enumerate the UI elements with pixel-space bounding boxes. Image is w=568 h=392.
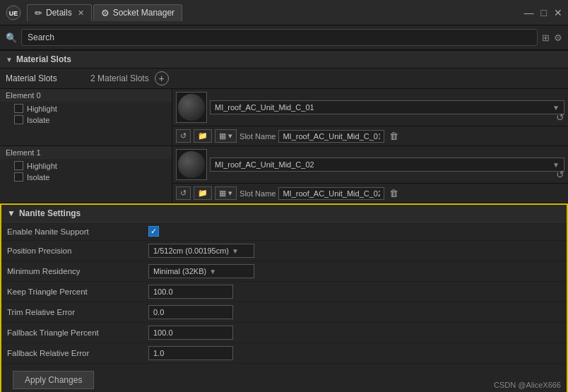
nanite-fallback-triangle-input[interactable] <box>148 326 233 340</box>
element-0-highlight-row: Highlight <box>14 103 166 114</box>
nanite-keep-triangle-label: Keep Triangle Percent <box>7 287 148 296</box>
nanite-keep-triangle-value <box>148 285 561 299</box>
element-1-slot-name-label: Slot Name <box>239 189 276 198</box>
nanite-position-precision-dropdown[interactable]: 1/512cm (0.00195cm) ▼ <box>148 244 254 258</box>
element-0-slot-name-input[interactable] <box>278 130 384 143</box>
element-0-side-reset-icon[interactable]: ↺ <box>556 112 564 123</box>
tab-details-label: Details <box>46 8 72 18</box>
nanite-fallback-error-input[interactable] <box>148 346 233 360</box>
nanite-min-residency-label: Minimum Residency <box>7 267 148 275</box>
material-slots-section-header[interactable]: ▼ Material Slots <box>0 50 568 69</box>
nanite-min-residency-value: Minimal (32KB) ▼ <box>148 264 561 278</box>
element-1-label: Element 1 <box>0 146 172 159</box>
nanite-min-residency-row: Minimum Residency Minimal (32KB) ▼ <box>1 261 567 282</box>
element-1-highlight-checkbox[interactable] <box>14 161 23 170</box>
material-slots-section-label: Material Slots <box>16 54 71 64</box>
element-1-material-dropdown[interactable]: MI_roof_AC_Unit_Mid_C_02 ▼ <box>210 158 564 172</box>
element-0-right: MI_roof_AC_Unit_Mid_C_01 ▼ ↺ 📁 ▦ ▾ Slot … <box>172 89 568 145</box>
nanite-position-precision-label: Position Precision <box>7 247 148 255</box>
element-0-more-btn[interactable]: ▦ ▾ <box>215 129 237 143</box>
nanite-settings-header[interactable]: ▼ Nanite Settings <box>1 205 567 222</box>
svg-text:UE: UE <box>9 10 18 17</box>
element-0-slot-row: ↺ 📁 ▦ ▾ Slot Name 🗑 <box>172 126 568 145</box>
nanite-min-residency-arrow-icon: ▼ <box>209 268 216 275</box>
element-0-dropdown-arrow-icon: ▼ <box>552 104 560 112</box>
add-material-slot-button[interactable]: + <box>155 71 169 85</box>
details-tab-icon: ✏ <box>35 8 42 18</box>
element-0-browse-btn[interactable]: 📁 <box>194 129 212 143</box>
element-0-label: Element 0 <box>0 89 172 102</box>
element-1-delete-button[interactable]: 🗑 <box>387 188 401 198</box>
nanite-position-precision-arrow-icon: ▼ <box>232 247 239 255</box>
nanite-fallback-triangle-value <box>148 326 561 340</box>
element-1-right: MI_roof_AC_Unit_Mid_C_02 ▼ ↺ 📁 ▦ ▾ Slot … <box>172 146 568 203</box>
element-0-highlight-checkbox[interactable] <box>14 104 23 113</box>
searchbar-icons: ⊞ ⚙ <box>542 32 562 43</box>
element-1-more-btn[interactable]: ▦ ▾ <box>215 186 237 200</box>
nanite-position-precision-value: 1/512cm (0.00195cm) ▼ <box>148 244 561 258</box>
socket-manager-tab-icon: ⚙ <box>101 8 110 18</box>
nanite-trim-error-row: Trim Relative Error <box>1 302 567 323</box>
element-0-sub-rows: Highlight Isolate <box>0 102 172 126</box>
nanite-fallback-error-label: Fallback Relative Error <box>7 349 148 357</box>
search-input[interactable] <box>21 29 538 46</box>
element-0-isolate-checkbox[interactable] <box>14 115 23 124</box>
nanite-fallback-error-row: Fallback Relative Error <box>1 343 567 364</box>
element-1-material-name: MI_roof_AC_Unit_Mid_C_02 <box>215 160 314 169</box>
element-0-material-dropdown[interactable]: MI_roof_AC_Unit_Mid_C_01 ▼ <box>210 100 564 114</box>
nanite-trim-error-value <box>148 305 561 319</box>
element-1-slot-name-input[interactable] <box>278 187 384 200</box>
tab-details[interactable]: ✏ Details ✕ <box>27 4 92 21</box>
material-slots-subheader: Material Slots 2 Material Slots + <box>0 69 568 89</box>
nanite-enable-label: Enable Nanite Support <box>7 227 148 236</box>
element-1-isolate-label: Isolate <box>27 173 49 182</box>
element-1-sub-rows: Highlight Isolate <box>0 159 172 184</box>
apply-changes-button[interactable]: Apply Changes <box>13 371 94 389</box>
element-0-thumbnail <box>176 92 207 123</box>
material-slots-count: 2 Material Slots <box>90 73 149 83</box>
apply-changes-container: Apply Changes <box>1 364 567 392</box>
element-1-slot-row: ↺ 📁 ▦ ▾ Slot Name 🗑 <box>172 184 568 203</box>
settings-icon[interactable]: ⚙ <box>554 32 562 43</box>
element-0-isolate-row: Isolate <box>14 114 166 125</box>
nanite-trim-error-input[interactable] <box>148 305 233 319</box>
searchbar: 🔍 ⊞ ⚙ <box>0 25 568 50</box>
tab-socket-manager-label: Socket Manager <box>113 8 174 18</box>
nanite-min-residency-text: Minimal (32KB) <box>153 267 206 275</box>
element-1-reset-btn[interactable]: ↺ <box>176 186 191 200</box>
nanite-settings-section: ▼ Nanite Settings Enable Nanite Support … <box>0 203 568 392</box>
element-0-slot-name-label: Slot Name <box>239 132 276 141</box>
element-0-delete-button[interactable]: 🗑 <box>387 131 401 141</box>
titlebar: UE ✏ Details ✕ ⚙ Socket Manager — □ ✕ <box>0 0 568 25</box>
element-0-reset-btn[interactable]: ↺ <box>176 129 191 143</box>
nanite-trim-error-label: Trim Relative Error <box>7 308 148 316</box>
nanite-min-residency-dropdown[interactable]: Minimal (32KB) ▼ <box>148 264 254 278</box>
nanite-enable-checkbox[interactable]: ✓ <box>148 226 159 237</box>
element-0-highlight-label: Highlight <box>27 105 57 113</box>
watermark: CSDN @AliceX666 <box>494 381 561 389</box>
nanite-enable-row: Enable Nanite Support ✓ <box>1 222 567 241</box>
close-button[interactable]: ✕ <box>554 7 562 18</box>
element-1-row: Element 1 Highlight Isolate MI_roof_ <box>0 146 568 203</box>
maximize-button[interactable]: □ <box>541 7 547 18</box>
tab-socket-manager[interactable]: ⚙ Socket Manager <box>93 4 182 21</box>
element-1-isolate-checkbox[interactable] <box>14 172 23 182</box>
element-1-isolate-row: Isolate <box>14 172 166 182</box>
nanite-position-precision-row: Position Precision 1/512cm (0.00195cm) ▼ <box>1 241 567 261</box>
nanite-settings-body: Enable Nanite Support ✓ Position Precisi… <box>1 222 567 392</box>
element-0-material-select-row: MI_roof_AC_Unit_Mid_C_01 ▼ <box>172 89 568 126</box>
material-slots-arrow-icon: ▼ <box>6 56 13 64</box>
element-1-highlight-label: Highlight <box>27 162 57 170</box>
nanite-settings-arrow-icon: ▼ <box>7 208 16 218</box>
minimize-button[interactable]: — <box>524 7 534 18</box>
material-slots-label: Material Slots <box>6 73 90 83</box>
nanite-settings-label: Nanite Settings <box>19 208 81 218</box>
nanite-fallback-triangle-row: Fallback Triangle Percent <box>1 323 567 343</box>
element-1-browse-btn[interactable]: 📁 <box>194 186 212 200</box>
element-0-left: Element 0 Highlight Isolate <box>0 89 172 145</box>
nanite-keep-triangle-input[interactable] <box>148 285 233 299</box>
element-1-side-reset-icon[interactable]: ↺ <box>556 169 564 180</box>
nanite-enable-value: ✓ <box>148 226 561 237</box>
tab-details-close[interactable]: ✕ <box>78 8 84 18</box>
grid-icon[interactable]: ⊞ <box>542 32 550 43</box>
